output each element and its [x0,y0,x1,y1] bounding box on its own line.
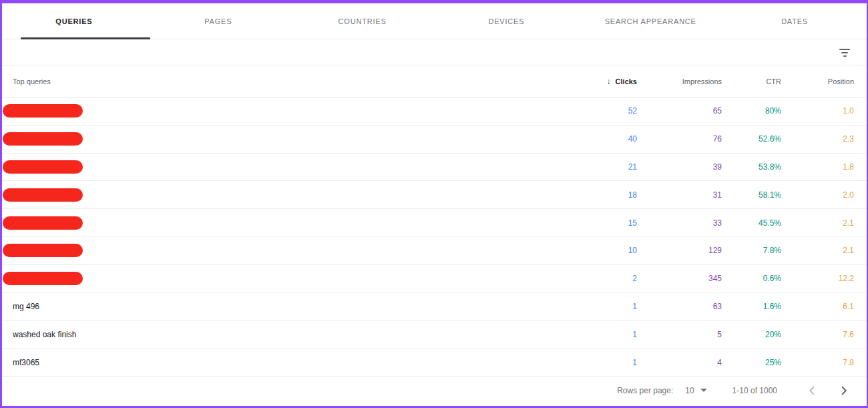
position-cell: 2.1 [781,218,854,228]
chevron-left-icon [808,386,815,395]
redaction-bar [3,104,83,118]
query-text: mg 496 [2,302,39,311]
redaction-bar [3,188,83,202]
ctr-cell: 58.1% [722,190,781,200]
table-row[interactable]: 153345.5%2.1 [2,209,867,237]
position-cell: 2.0 [781,190,854,200]
impressions-cell: 39 [637,162,722,172]
query-cell[interactable]: washed oak finish [2,330,557,339]
redaction-bar [3,272,83,285]
clicks-cell: 1 [557,358,637,367]
position-cell: 1.0 [781,106,854,116]
query-text: washed oak finish [2,330,76,339]
table-header-row: Top queries ↓Clicks Impressions CTR Posi… [2,66,867,97]
clicks-cell: 10 [557,246,637,255]
table-row[interactable]: 183158.1%2.0 [2,181,867,209]
clicks-cell: 21 [557,162,637,172]
query-cell[interactable] [2,104,557,118]
tab-dates[interactable]: DATES [722,3,867,39]
table-row[interactable]: mg 4961631.6%6.1 [2,293,867,321]
query-cell[interactable]: mg 496 [2,302,557,311]
table-row[interactable]: 213953.8%1.8 [2,154,867,182]
ctr-cell: 52.6% [722,134,781,144]
impressions-cell: 33 [637,218,722,228]
query-cell[interactable] [2,160,557,174]
filter-toolbar [2,39,867,66]
table-row[interactable]: 526580%1.0 [2,97,867,126]
sort-descending-icon: ↓ [607,77,611,86]
impressions-cell: 4 [637,358,722,367]
query-cell[interactable]: mf3065 [2,358,557,367]
tab-devices[interactable]: DEVICES [434,3,578,39]
ctr-cell: 25% [722,358,781,367]
previous-page-button[interactable] [805,383,818,398]
ctr-column-header[interactable]: CTR [722,77,781,85]
rows-per-page-select[interactable]: 10 [685,386,706,395]
pagination-footer: Rows per page: 10 1-10 of 1000 [2,377,867,405]
ctr-cell: 80% [722,106,781,116]
position-cell: 7.6 [781,330,854,339]
ctr-cell: 1.6% [722,302,781,311]
query-cell[interactable] [2,244,557,257]
position-cell: 2.1 [781,246,854,255]
position-column-header[interactable]: Position [781,77,854,85]
tab-pages[interactable]: PAGES [146,3,290,39]
redaction-bar [3,244,83,257]
tab-bar: QUERIES PAGES COUNTRIES DEVICES SEARCH A… [2,3,867,39]
query-cell[interactable] [2,188,557,202]
table-body: 526580%1.0407652.6%2.3213953.8%1.8183158… [2,97,867,377]
redaction-bar [3,132,83,146]
rows-per-page-value: 10 [685,386,694,395]
ctr-cell: 20% [722,330,781,339]
clicks-column-header[interactable]: ↓Clicks [557,77,637,86]
redaction-bar [3,216,83,230]
impressions-cell: 76 [637,134,722,144]
redaction-bar [3,160,83,174]
ctr-cell: 0.6% [722,274,781,283]
impressions-cell: 129 [637,246,722,255]
clicks-cell: 1 [557,330,637,339]
table-row[interactable]: 101297.8%2.1 [2,237,867,265]
query-text: mf3065 [2,358,39,367]
position-cell: 6.1 [781,302,854,311]
pagination-range-label: 1-10 of 1000 [732,386,777,395]
query-column-header[interactable]: Top queries [2,77,557,85]
rows-per-page-label: Rows per page: [617,386,673,395]
position-cell: 1.8 [781,162,854,172]
clicks-cell: 18 [557,190,637,200]
position-cell: 12.2 [781,274,854,283]
chevron-down-icon [700,389,707,392]
filter-icon[interactable] [837,46,853,59]
tab-search-appearance[interactable]: SEARCH APPEARANCE [578,3,722,39]
clicks-cell: 40 [557,134,637,144]
query-cell[interactable] [2,272,557,285]
tab-queries[interactable]: QUERIES [2,3,146,39]
clicks-cell: 2 [557,274,637,283]
impressions-cell: 63 [637,302,722,311]
table-row[interactable]: 23450.6%12.2 [2,265,867,293]
ctr-cell: 45.5% [722,218,781,228]
impressions-column-header[interactable]: Impressions [637,77,722,85]
table-row[interactable]: 407652.6%2.3 [2,126,867,154]
impressions-cell: 65 [637,106,722,116]
impressions-cell: 31 [637,190,722,200]
clicks-cell: 52 [557,106,637,116]
tab-countries[interactable]: COUNTRIES [290,3,435,39]
table-row[interactable]: mf30651425%7.8 [2,349,867,377]
impressions-cell: 5 [637,330,722,339]
ctr-cell: 7.8% [722,246,781,255]
clicks-cell: 15 [557,218,637,228]
position-cell: 7.8 [781,358,854,367]
ctr-cell: 53.8% [722,162,781,172]
query-cell[interactable] [2,216,557,230]
position-cell: 2.3 [781,134,854,144]
next-page-button[interactable] [838,383,851,398]
query-cell[interactable] [2,132,557,146]
chevron-right-icon [841,386,848,395]
impressions-cell: 345 [637,274,722,283]
clicks-cell: 1 [557,302,637,311]
table-row[interactable]: washed oak finish1520%7.6 [2,321,867,349]
